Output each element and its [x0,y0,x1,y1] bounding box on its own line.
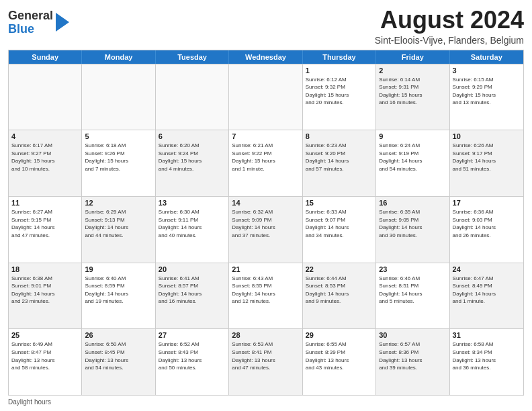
cal-week-3: 11Sunrise: 6:27 AM Sunset: 9:15 PM Dayli… [9,196,523,263]
day-info: Sunrise: 6:21 AM Sunset: 9:22 PM Dayligh… [232,142,299,173]
logo-blue-text: Blue [8,23,53,36]
day-number: 7 [232,132,299,140]
cal-cell: 13Sunrise: 6:30 AM Sunset: 9:11 PM Dayli… [156,197,229,263]
logo-icon [56,13,69,32]
footer: Daylight hours [8,398,524,406]
svg-marker-0 [56,13,69,32]
cal-week-1: 1Sunrise: 6:12 AM Sunset: 9:32 PM Daylig… [9,64,523,130]
cal-header-cell-saturday: Saturday [450,50,523,64]
day-number: 6 [159,132,226,140]
day-number: 1 [306,66,373,75]
day-info: Sunrise: 6:33 AM Sunset: 9:07 PM Dayligh… [306,208,373,239]
cal-cell [229,64,302,130]
cal-cell: 23Sunrise: 6:46 AM Sunset: 8:51 PM Dayli… [376,263,449,329]
page: General Blue August 2024 Sint-Eloois-Vij… [0,0,532,411]
day-number: 23 [379,265,446,273]
day-info: Sunrise: 6:32 AM Sunset: 9:09 PM Dayligh… [232,208,299,239]
cal-week-5: 25Sunrise: 6:49 AM Sunset: 8:47 PM Dayli… [9,328,523,395]
day-info: Sunrise: 6:14 AM Sunset: 9:31 PM Dayligh… [379,76,446,107]
day-number: 26 [85,331,152,339]
cal-cell: 11Sunrise: 6:27 AM Sunset: 9:15 PM Dayli… [9,197,82,263]
cal-cell: 26Sunrise: 6:50 AM Sunset: 8:45 PM Dayli… [82,329,155,395]
day-info: Sunrise: 6:29 AM Sunset: 9:13 PM Dayligh… [85,208,152,239]
cal-cell: 9Sunrise: 6:24 AM Sunset: 9:19 PM Daylig… [376,130,449,196]
day-info: Sunrise: 6:27 AM Sunset: 9:15 PM Dayligh… [11,208,79,239]
cal-cell: 14Sunrise: 6:32 AM Sunset: 9:09 PM Dayli… [229,197,302,263]
day-info: Sunrise: 6:23 AM Sunset: 9:20 PM Dayligh… [306,142,373,173]
cal-cell: 24Sunrise: 6:47 AM Sunset: 8:49 PM Dayli… [450,263,523,329]
day-info: Sunrise: 6:58 AM Sunset: 8:34 PM Dayligh… [453,340,521,371]
day-number: 14 [232,199,299,207]
day-number: 29 [306,331,373,339]
day-number: 19 [85,265,152,273]
day-number: 24 [453,265,521,273]
cal-cell: 22Sunrise: 6:44 AM Sunset: 8:53 PM Dayli… [303,263,376,329]
day-number: 17 [453,199,521,207]
day-number: 25 [11,331,79,339]
day-info: Sunrise: 6:50 AM Sunset: 8:45 PM Dayligh… [85,340,152,371]
day-number: 15 [306,199,373,207]
day-number: 16 [379,199,446,207]
day-info: Sunrise: 6:12 AM Sunset: 9:32 PM Dayligh… [306,76,373,107]
cal-cell: 5Sunrise: 6:18 AM Sunset: 9:26 PM Daylig… [82,130,155,196]
cal-cell: 16Sunrise: 6:35 AM Sunset: 9:05 PM Dayli… [376,197,449,263]
day-number: 5 [85,132,152,140]
cal-cell: 27Sunrise: 6:52 AM Sunset: 8:43 PM Dayli… [156,329,229,395]
cal-cell [156,64,229,130]
cal-cell: 2Sunrise: 6:14 AM Sunset: 9:31 PM Daylig… [376,64,449,130]
cal-cell [82,64,155,130]
cal-week-2: 4Sunrise: 6:17 AM Sunset: 9:27 PM Daylig… [9,130,523,196]
cal-cell: 17Sunrise: 6:36 AM Sunset: 9:03 PM Dayli… [450,197,523,263]
cal-cell [9,64,82,130]
cal-cell: 18Sunrise: 6:38 AM Sunset: 9:01 PM Dayli… [9,263,82,329]
cal-cell: 28Sunrise: 6:53 AM Sunset: 8:41 PM Dayli… [229,329,302,395]
day-number: 13 [159,199,226,207]
day-number: 28 [232,331,299,339]
cal-header-cell-sunday: Sunday [9,50,82,64]
cal-cell: 30Sunrise: 6:57 AM Sunset: 8:36 PM Dayli… [376,329,449,395]
day-number: 21 [232,265,299,273]
cal-cell: 4Sunrise: 6:17 AM Sunset: 9:27 PM Daylig… [9,130,82,196]
title-block: August 2024 Sint-Eloois-Vijve, Flanders,… [375,7,524,46]
daylight-label: Daylight hours [8,398,51,406]
cal-header-cell-monday: Monday [82,50,155,64]
cal-cell: 10Sunrise: 6:26 AM Sunset: 9:17 PM Dayli… [450,130,523,196]
cal-cell: 31Sunrise: 6:58 AM Sunset: 8:34 PM Dayli… [450,329,523,395]
day-info: Sunrise: 6:30 AM Sunset: 9:11 PM Dayligh… [159,208,226,239]
day-number: 22 [306,265,373,273]
day-number: 11 [11,199,79,207]
cal-header-cell-tuesday: Tuesday [156,50,229,64]
day-info: Sunrise: 6:36 AM Sunset: 9:03 PM Dayligh… [453,208,521,239]
cal-cell: 29Sunrise: 6:55 AM Sunset: 8:39 PM Dayli… [303,329,376,395]
day-number: 2 [379,66,446,75]
cal-cell: 25Sunrise: 6:49 AM Sunset: 8:47 PM Dayli… [9,329,82,395]
day-info: Sunrise: 6:18 AM Sunset: 9:26 PM Dayligh… [85,142,152,173]
day-info: Sunrise: 6:52 AM Sunset: 8:43 PM Dayligh… [159,340,226,371]
cal-cell: 20Sunrise: 6:41 AM Sunset: 8:57 PM Dayli… [156,263,229,329]
logo: General Blue [8,9,69,36]
cal-cell: 21Sunrise: 6:43 AM Sunset: 8:55 PM Dayli… [229,263,302,329]
day-info: Sunrise: 6:20 AM Sunset: 9:24 PM Dayligh… [159,142,226,173]
calendar: SundayMondayTuesdayWednesdayThursdayFrid… [8,50,524,396]
calendar-body: 1Sunrise: 6:12 AM Sunset: 9:32 PM Daylig… [9,64,523,395]
cal-cell: 1Sunrise: 6:12 AM Sunset: 9:32 PM Daylig… [303,64,376,130]
cal-cell: 15Sunrise: 6:33 AM Sunset: 9:07 PM Dayli… [303,197,376,263]
main-title: August 2024 [375,7,524,34]
cal-cell: 12Sunrise: 6:29 AM Sunset: 9:13 PM Dayli… [82,197,155,263]
day-info: Sunrise: 6:41 AM Sunset: 8:57 PM Dayligh… [159,275,226,306]
day-info: Sunrise: 6:46 AM Sunset: 8:51 PM Dayligh… [379,275,446,306]
day-number: 31 [453,331,521,339]
logo-general-text: General [8,9,53,23]
day-info: Sunrise: 6:53 AM Sunset: 8:41 PM Dayligh… [232,340,299,371]
cal-cell: 7Sunrise: 6:21 AM Sunset: 9:22 PM Daylig… [229,130,302,196]
day-info: Sunrise: 6:17 AM Sunset: 9:27 PM Dayligh… [11,142,79,173]
day-number: 4 [11,132,79,140]
day-number: 18 [11,265,79,273]
day-number: 12 [85,199,152,207]
day-info: Sunrise: 6:47 AM Sunset: 8:49 PM Dayligh… [453,275,521,306]
cal-header-cell-friday: Friday [376,50,449,64]
subtitle: Sint-Eloois-Vijve, Flanders, Belgium [375,35,524,46]
day-info: Sunrise: 6:24 AM Sunset: 9:19 PM Dayligh… [379,142,446,173]
logo-text: General Blue [8,9,53,36]
day-info: Sunrise: 6:49 AM Sunset: 8:47 PM Dayligh… [11,340,79,371]
